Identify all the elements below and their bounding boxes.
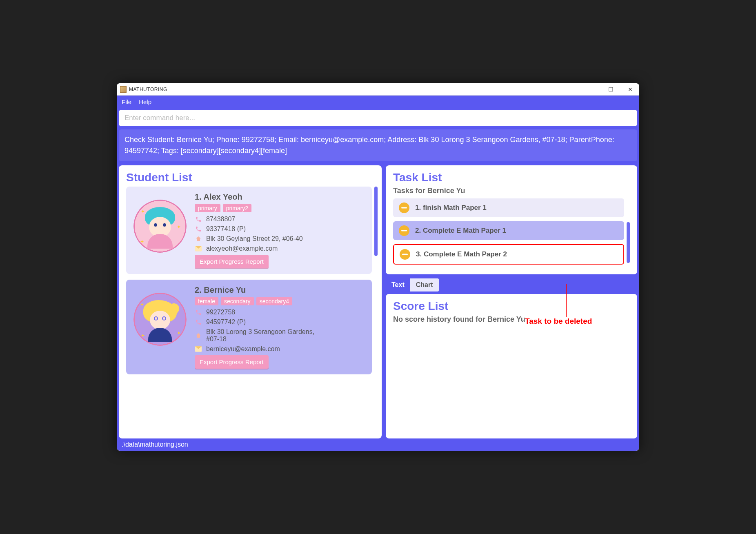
- address-row: Blk 30 Geylang Street 29, #06-40: [195, 235, 365, 243]
- score-panel: Score List No score history found for Be…: [386, 294, 637, 438]
- avatar: ✦ ✦ ✦: [133, 293, 187, 346]
- task-status-icon: [400, 249, 410, 260]
- phone-row: 87438807: [195, 216, 365, 223]
- address-row: Blk 30 Lorong 3 Serangoon Gardens, #07-1…: [195, 328, 365, 343]
- task-item-highlighted[interactable]: 3. Complete E Math Paper 2: [393, 244, 624, 265]
- parent-phone-value: 93377418 (P): [206, 225, 246, 233]
- task-list-panel: Task List Tasks for Bernice Yu 1. finish…: [386, 165, 637, 274]
- task-status-icon: [399, 225, 409, 236]
- export-progress-button[interactable]: Export Progress Report: [195, 255, 269, 268]
- scrollbar-thumb[interactable]: [627, 222, 630, 263]
- parent-phone-row: 93377418 (P): [195, 225, 365, 233]
- right-column: Task List Tasks for Bernice Yu 1. finish…: [386, 165, 637, 438]
- parent-phone-row: 94597742 (P): [195, 318, 365, 326]
- export-progress-button[interactable]: Export Progress Report: [195, 355, 269, 369]
- phone-icon: [195, 309, 202, 316]
- task-list-title: Task List: [393, 171, 630, 184]
- student-list-panel: Student List ✦ ✦: [119, 165, 382, 438]
- tag: secondary: [221, 297, 254, 305]
- score-list-title: Score List: [393, 300, 630, 313]
- close-button[interactable]: ✕: [625, 86, 636, 93]
- tag: primary2: [223, 204, 251, 212]
- score-empty-message: No score history found for Bernice Yu: [393, 315, 630, 324]
- phone-icon: [195, 216, 202, 223]
- phone-icon: [195, 318, 202, 326]
- student-name: 1. Alex Yeoh: [195, 192, 365, 202]
- mail-icon: [195, 345, 202, 353]
- statusbar: .\data\mathutoring.json: [117, 438, 639, 451]
- tab-row: Text Chart: [386, 278, 637, 291]
- tab-chart[interactable]: Chart: [410, 278, 439, 291]
- email-value: berniceyu@example.com: [206, 345, 280, 353]
- task-status-icon: [399, 202, 409, 213]
- tags-row: primary primary2: [195, 204, 365, 212]
- parent-phone-value: 94597742 (P): [206, 318, 246, 326]
- menu-help[interactable]: Help: [139, 98, 151, 105]
- email-value: alexyeoh@example.com: [206, 245, 278, 252]
- body-area: Check Student: Bernice Yu; Phone: 992727…: [117, 108, 639, 438]
- address-value: Blk 30 Lorong 3 Serangoon Gardens, #07-1…: [206, 328, 320, 343]
- minimize-button[interactable]: —: [585, 86, 597, 93]
- menubar: File Help: [117, 96, 639, 108]
- tab-text[interactable]: Text: [386, 278, 410, 291]
- address-value: Blk 30 Geylang Street 29, #06-40: [206, 235, 303, 243]
- task-label: 1. finish Math Paper 1: [415, 204, 487, 212]
- student-scroll[interactable]: ✦ ✦ ✦ 1. Alex Yeoh primary primary2: [126, 187, 378, 433]
- maximize-button[interactable]: ☐: [605, 86, 616, 93]
- email-row: berniceyu@example.com: [195, 345, 365, 353]
- student-info: 1. Alex Yeoh primary primary2 87438807: [195, 192, 365, 268]
- panels: Student List ✦ ✦: [119, 165, 637, 438]
- output-message: Check Student: Bernice Yu; Phone: 992727…: [119, 129, 637, 161]
- student-list-title: Student List: [126, 171, 378, 184]
- task-label: 3. Complete E Math Paper 2: [416, 250, 507, 258]
- student-info: 2. Bernice Yu female secondary secondary…: [195, 285, 365, 369]
- menu-file[interactable]: File: [122, 98, 131, 105]
- avatar: ✦ ✦ ✦: [133, 200, 187, 253]
- command-input-container: [119, 110, 637, 126]
- score-container: Text Chart Score List No score history f…: [386, 278, 637, 438]
- command-input[interactable]: [125, 114, 631, 122]
- tag: secondary4: [256, 297, 292, 305]
- student-card[interactable]: ✦ ✦ ✦ 2. Bernice Yu female secondary sec…: [126, 280, 372, 374]
- phone-value: 87438807: [206, 216, 235, 223]
- home-icon: [195, 332, 202, 339]
- mail-icon: [195, 245, 202, 252]
- phone-icon: [195, 225, 202, 233]
- task-item[interactable]: 1. finish Math Paper 1: [393, 198, 624, 217]
- task-item[interactable]: 2. Complete E Math Paper 1: [393, 221, 624, 240]
- titlebar: MATHUTORING — ☐ ✕: [117, 83, 639, 96]
- email-row: alexyeoh@example.com: [195, 245, 365, 252]
- phone-row: 99272758: [195, 309, 365, 316]
- student-name: 2. Bernice Yu: [195, 285, 365, 295]
- phone-value: 99272758: [206, 309, 235, 316]
- task-list: 1. finish Math Paper 1 2. Complete E Mat…: [393, 198, 630, 265]
- window-title: MATHUTORING: [129, 87, 167, 92]
- scrollbar-thumb[interactable]: [374, 187, 378, 256]
- window-controls: — ☐ ✕: [585, 86, 636, 93]
- app-window: MATHUTORING — ☐ ✕ File Help Check Studen…: [117, 83, 639, 451]
- tag: primary: [195, 204, 220, 212]
- task-list-subtitle: Tasks for Bernice Yu: [393, 187, 630, 195]
- status-path: .\data\mathutoring.json: [122, 441, 188, 448]
- app-icon: [120, 86, 127, 93]
- tags-row: female secondary secondary4: [195, 297, 365, 305]
- home-icon: [195, 235, 202, 243]
- tag: female: [195, 297, 218, 305]
- task-label: 2. Complete E Math Paper 1: [415, 227, 506, 235]
- student-card[interactable]: ✦ ✦ ✦ 1. Alex Yeoh primary primary2: [126, 187, 372, 274]
